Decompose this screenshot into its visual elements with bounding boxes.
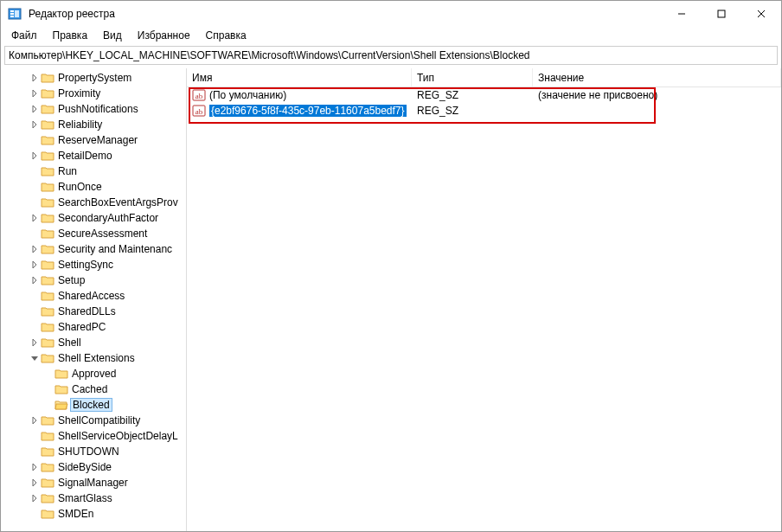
minimize-button[interactable] bbox=[662, 1, 702, 27]
folder-icon bbox=[41, 87, 54, 99]
close-button[interactable] bbox=[741, 1, 781, 27]
tree-item-label: Cached bbox=[72, 383, 107, 395]
value-data: (значение не присвоено) bbox=[533, 89, 781, 101]
tree-pane[interactable]: PropertySystemProximityPushNotifications… bbox=[1, 68, 187, 531]
chevron-right-icon[interactable] bbox=[29, 461, 41, 473]
chevron-right-icon[interactable] bbox=[29, 414, 41, 426]
tree-item[interactable]: ReserveManager bbox=[1, 132, 186, 148]
tree-item[interactable]: ShellServiceObjectDelayL bbox=[1, 428, 186, 444]
tree-item[interactable]: SearchBoxEventArgsProv bbox=[1, 195, 186, 210]
tree-item[interactable]: SecureAssessment bbox=[1, 226, 186, 241]
svg-rect-4 bbox=[15, 10, 19, 17]
folder-icon bbox=[41, 305, 54, 317]
menu-file[interactable]: Файл bbox=[4, 28, 44, 43]
chevron-right-icon[interactable] bbox=[29, 119, 41, 131]
tree-item[interactable]: Security and Maintenanc bbox=[1, 241, 186, 257]
chevron-right-icon[interactable] bbox=[29, 477, 41, 489]
folder-icon bbox=[41, 352, 54, 364]
column-name[interactable]: Имя bbox=[187, 68, 412, 87]
chevron-right-icon[interactable] bbox=[29, 337, 41, 349]
tree-item[interactable]: SharedDLLs bbox=[1, 304, 186, 319]
folder-icon bbox=[41, 103, 54, 115]
list-row[interactable]: ab{e2bf9676-5f8f-435c-97eb-11607a5bedf7}… bbox=[187, 103, 781, 119]
tree-item[interactable]: ShellCompatibility bbox=[1, 413, 186, 428]
tree-item[interactable]: SmartGlass bbox=[1, 490, 186, 506]
tree-item-label: Setup bbox=[58, 274, 85, 286]
chevron-right-icon[interactable] bbox=[29, 212, 41, 224]
folder-icon bbox=[41, 337, 54, 349]
chevron-right-icon[interactable] bbox=[29, 274, 41, 286]
svg-rect-2 bbox=[10, 13, 14, 15]
tree-item-label: SecondaryAuthFactor bbox=[58, 212, 158, 224]
tree-item[interactable]: Run bbox=[1, 163, 186, 179]
folder-icon bbox=[41, 290, 54, 302]
list-header: Имя Тип Значение bbox=[187, 68, 781, 87]
tree-item-label: SideBySide bbox=[58, 461, 112, 473]
folder-icon bbox=[41, 321, 54, 333]
tree-item-label: PushNotifications bbox=[58, 103, 138, 115]
menu-favorites[interactable]: Избранное bbox=[131, 28, 197, 43]
tree-item[interactable]: SettingSync bbox=[1, 257, 186, 272]
maximize-button[interactable] bbox=[702, 1, 741, 27]
tree-item[interactable]: PushNotifications bbox=[1, 101, 186, 117]
list-row[interactable]: ab(По умолчанию)REG_SZ(значение не присв… bbox=[187, 87, 781, 103]
folder-icon bbox=[41, 477, 54, 489]
list-body[interactable]: ab(По умолчанию)REG_SZ(значение не присв… bbox=[187, 87, 781, 119]
tree-item-label: SharedDLLs bbox=[58, 305, 116, 317]
tree-item[interactable]: Blocked bbox=[1, 397, 186, 413]
folder-icon bbox=[41, 212, 54, 224]
tree-item[interactable]: SideBySide bbox=[1, 459, 186, 475]
tree-item[interactable]: SharedPC bbox=[1, 319, 186, 335]
address-bar[interactable]: Компьютер\HKEY_LOCAL_MACHINE\SOFTWARE\Mi… bbox=[4, 46, 778, 65]
tree-item[interactable]: SignalManager bbox=[1, 475, 186, 490]
tree-item[interactable]: RunOnce bbox=[1, 179, 186, 195]
tree-item[interactable]: Proximity bbox=[1, 86, 186, 101]
tree-item[interactable]: RetailDemo bbox=[1, 148, 186, 163]
chevron-right-icon[interactable] bbox=[29, 72, 41, 84]
string-value-icon: ab bbox=[192, 88, 206, 102]
tree-item[interactable]: Approved bbox=[1, 366, 186, 381]
folder-icon bbox=[41, 414, 54, 426]
tree-item[interactable]: Shell bbox=[1, 335, 186, 350]
chevron-right-icon[interactable] bbox=[29, 492, 41, 504]
tree-item-label: SecureAssessment bbox=[58, 228, 147, 240]
tree-item-label: Reliability bbox=[58, 119, 102, 131]
tree-item-label: Blocked bbox=[70, 398, 112, 412]
string-value-icon: ab bbox=[192, 104, 206, 118]
folder-icon bbox=[41, 72, 54, 84]
chevron-right-icon[interactable] bbox=[29, 259, 41, 271]
value-name: {e2bf9676-5f8f-435c-97eb-11607a5bedf7} bbox=[209, 105, 407, 117]
chevron-right-icon[interactable] bbox=[29, 150, 41, 162]
svg-text:ab: ab bbox=[196, 107, 203, 116]
chevron-right-icon[interactable] bbox=[29, 87, 41, 99]
menu-help[interactable]: Справка bbox=[199, 28, 253, 43]
folder-icon bbox=[41, 228, 54, 240]
folder-icon bbox=[41, 134, 54, 146]
tree-item[interactable]: Cached bbox=[1, 381, 186, 397]
folder-icon bbox=[41, 492, 54, 504]
tree-item-label: Run bbox=[58, 165, 77, 177]
tree-item[interactable]: PropertySystem bbox=[1, 70, 186, 86]
folder-icon bbox=[41, 150, 54, 162]
tree-item-label: Approved bbox=[72, 368, 116, 380]
tree-item[interactable]: SHUTDOWN bbox=[1, 444, 186, 459]
tree-item[interactable]: SMDEn bbox=[1, 506, 186, 522]
menu-edit[interactable]: Правка bbox=[46, 28, 95, 43]
registry-tree[interactable]: PropertySystemProximityPushNotifications… bbox=[1, 68, 186, 531]
tree-item-label: Shell bbox=[58, 337, 81, 349]
tree-item[interactable]: Reliability bbox=[1, 117, 186, 132]
column-type[interactable]: Тип bbox=[412, 68, 533, 87]
tree-item[interactable]: SecondaryAuthFactor bbox=[1, 210, 186, 226]
tree-item[interactable]: Setup bbox=[1, 272, 186, 288]
chevron-right-icon[interactable] bbox=[29, 103, 41, 115]
tree-item[interactable]: Shell Extensions bbox=[1, 350, 186, 366]
folder-icon bbox=[41, 508, 54, 520]
tree-item[interactable]: SharedAccess bbox=[1, 288, 186, 304]
window-title: Редактор реестра bbox=[29, 8, 115, 20]
column-value[interactable]: Значение bbox=[533, 68, 781, 87]
menu-view[interactable]: Вид bbox=[96, 28, 129, 43]
chevron-right-icon[interactable] bbox=[29, 243, 41, 255]
value-type: REG_SZ bbox=[412, 89, 533, 101]
chevron-down-icon[interactable] bbox=[29, 352, 41, 364]
tree-item-label: RetailDemo bbox=[58, 150, 112, 162]
